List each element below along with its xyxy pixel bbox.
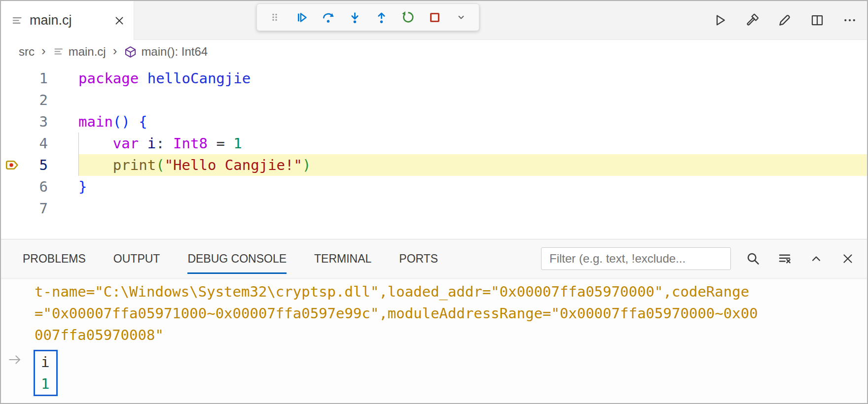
code-token: = <box>216 135 224 152</box>
step-out-icon <box>375 11 388 24</box>
search-button[interactable] <box>743 248 763 269</box>
continue-icon <box>295 11 308 24</box>
maximize-panel-button[interactable] <box>806 248 827 269</box>
code-token: ( <box>156 157 164 173</box>
more-actions-button[interactable] <box>839 10 860 31</box>
code-token: helloCangjie <box>147 70 251 87</box>
code-token: print <box>113 157 156 173</box>
breadcrumb-item-main-cj[interactable]: main.cj <box>53 45 106 59</box>
panel-tab-ports[interactable]: PORTS <box>399 239 438 278</box>
chevron-down-icon <box>455 11 467 23</box>
code-line-content: var i: Int8 = 1 <box>78 133 867 154</box>
breakpoint-current-line-icon[interactable] <box>5 158 20 172</box>
close-icon <box>840 251 855 266</box>
breadcrumb-item-main-int64[interactable]: main(): Int64 <box>124 45 208 59</box>
line-number: 4 <box>39 133 48 154</box>
code-line-2[interactable]: 2 <box>1 89 867 111</box>
code-line-5[interactable]: 5 print("Hello Cangjie!") <box>1 154 867 176</box>
code-line-content: main() { <box>78 111 867 133</box>
code-line-1[interactable]: 1package helloCangjie <box>1 67 867 89</box>
code-line-7[interactable]: 7 <box>1 198 867 219</box>
code-token: : <box>156 135 173 152</box>
panel-tab-label: PROBLEMS <box>23 252 86 266</box>
line-number: 1 <box>39 67 48 89</box>
code-token <box>225 135 233 152</box>
continue-button[interactable] <box>289 5 313 29</box>
code-line-content <box>78 198 867 219</box>
panel-tab-label: TERMINAL <box>314 252 371 266</box>
step-into-icon <box>348 11 362 24</box>
panel-tabs: PROBLEMSOUTPUTDEBUG CONSOLETERMINALPORTS <box>23 239 438 278</box>
editor-actions <box>709 1 860 39</box>
close-tab-icon[interactable] <box>113 14 126 27</box>
run-button[interactable] <box>709 10 730 31</box>
code-token: "Hello Cangjie!" <box>165 157 302 173</box>
breadcrumb-label: main(): Int64 <box>141 45 208 59</box>
panel-header: PROBLEMSOUTPUTDEBUG CONSOLETERMINALPORTS <box>1 239 867 278</box>
editor-gutter[interactable]: 4 <box>1 133 78 154</box>
breadcrumb-item-src[interactable]: src <box>19 45 35 59</box>
panel-actions <box>743 248 858 269</box>
editor-gutter[interactable]: 5 <box>1 154 78 176</box>
code-token <box>139 70 147 87</box>
code-token: 1 <box>233 135 242 152</box>
code-token: Int8 <box>173 135 208 152</box>
panel-tab-label: PORTS <box>399 252 438 266</box>
evaluation-result: 1 <box>41 373 49 395</box>
run-icon <box>712 13 727 28</box>
code-token: ) <box>302 157 311 173</box>
code-line-4[interactable]: 4 var i: Int8 = 1 <box>1 133 867 154</box>
code-token <box>139 135 147 152</box>
panel-tab-terminal[interactable]: TERMINAL <box>314 239 371 278</box>
vscode-window: main.cj src›main.cj›main(): Int64 1packa… <box>0 0 868 404</box>
code-token: i <box>147 135 156 152</box>
build-button[interactable] <box>742 10 762 31</box>
editor-tab-bar: main.cj <box>1 1 867 40</box>
panel-tab-output[interactable]: OUTPUT <box>113 239 160 278</box>
more-debug-actions-button[interactable] <box>449 5 473 29</box>
search-icon <box>746 251 760 266</box>
panel-tab-label: DEBUG CONSOLE <box>187 252 287 266</box>
console-output-line: t-name="C:\Windows\System32\cryptsp.dll"… <box>35 281 867 303</box>
stop-button[interactable] <box>423 5 446 29</box>
edit-button[interactable] <box>774 10 795 31</box>
toolbar-drag-handle[interactable] <box>263 5 287 29</box>
line-number: 6 <box>39 176 48 198</box>
code-token <box>208 135 216 152</box>
clear-console-icon <box>777 251 792 266</box>
console-output-line: 007ffa05970008" <box>35 324 867 346</box>
editor-gutter[interactable]: 1 <box>1 67 78 89</box>
editor-gutter[interactable]: 7 <box>1 198 78 219</box>
console-output-line: ="0x00007ffa05971000~0x00007ffa0597e99c"… <box>35 303 867 324</box>
editor-gutter[interactable]: 6 <box>1 176 78 198</box>
close-panel-button[interactable] <box>837 248 858 269</box>
step-out-button[interactable] <box>369 5 393 29</box>
breadcrumb-separator: › <box>40 43 47 61</box>
file-icon <box>11 14 24 27</box>
breadcrumb-label: main.cj <box>69 45 106 59</box>
gripper-icon <box>269 11 281 23</box>
split-editor-button[interactable] <box>807 10 828 31</box>
step-over-icon <box>322 11 335 24</box>
tab-main-cj[interactable]: main.cj <box>1 1 134 40</box>
debug-console[interactable]: t-name="C:\Windows\System32\cryptsp.dll"… <box>1 278 867 403</box>
code-line-6[interactable]: 6} <box>1 176 867 198</box>
evaluated-expression: i <box>41 351 49 373</box>
build-icon <box>745 13 760 28</box>
clear-console-button[interactable] <box>774 248 795 269</box>
panel-tab-debug-console[interactable]: DEBUG CONSOLE <box>187 239 287 278</box>
code-editor[interactable]: 1package helloCangjie23main() {4 var i: … <box>1 64 867 239</box>
evaluation-box[interactable]: i 1 <box>34 350 58 396</box>
filter-input[interactable] <box>541 247 731 270</box>
chevron-up-icon <box>809 251 824 266</box>
editor-gutter[interactable]: 2 <box>1 89 78 111</box>
step-over-button[interactable] <box>316 5 340 29</box>
step-into-button[interactable] <box>343 5 366 29</box>
bottom-panel: PROBLEMSOUTPUTDEBUG CONSOLETERMINALPORTS… <box>1 239 867 403</box>
console-output: t-name="C:\Windows\System32\cryptsp.dll"… <box>35 281 867 346</box>
debug-toolbar <box>256 3 479 31</box>
editor-gutter[interactable]: 3 <box>1 111 78 133</box>
panel-tab-problems[interactable]: PROBLEMS <box>23 239 86 278</box>
restart-button[interactable] <box>396 5 420 29</box>
code-line-3[interactable]: 3main() { <box>1 111 867 133</box>
